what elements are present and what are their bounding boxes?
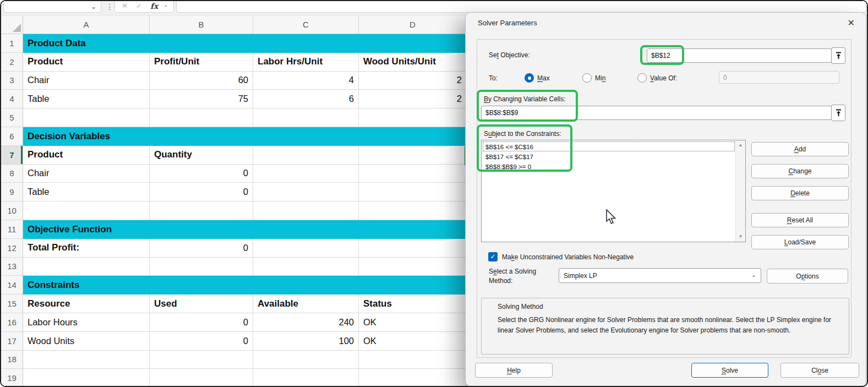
solving-method-select[interactable]: Simplex LP ⌄ <box>559 268 761 283</box>
cell-A10[interactable] <box>23 201 150 220</box>
objective-cell-input[interactable]: $B$12 <box>647 48 832 63</box>
radio-value-of-label[interactable]: Value Of: <box>650 74 677 82</box>
cell-C8[interactable] <box>253 165 359 183</box>
radio-max[interactable] <box>525 73 534 83</box>
cell-C10[interactable] <box>253 201 359 220</box>
load-save-button[interactable]: Load/Save <box>751 235 849 249</box>
chevron-down-icon[interactable]: ⌄ <box>163 2 168 8</box>
cell-D9[interactable] <box>359 183 467 201</box>
cell-C17[interactable]: 100 <box>253 332 359 351</box>
cell-D16[interactable]: OK <box>359 313 467 332</box>
row-header-7[interactable]: 7 <box>1 146 23 165</box>
delete-button[interactable]: Delete <box>751 186 849 200</box>
cell-D7[interactable] <box>359 146 467 165</box>
cell-D15[interactable]: Status <box>359 295 467 313</box>
cell-C18[interactable] <box>253 351 359 369</box>
change-button[interactable]: Change <box>751 164 849 178</box>
row-header-19[interactable]: 19 <box>1 369 23 387</box>
non-negative-checkbox[interactable]: ✓ <box>488 252 498 261</box>
cell-C12[interactable] <box>253 239 359 258</box>
row-header-12[interactable]: 12 <box>1 239 23 258</box>
cell-B16[interactable]: 0 <box>150 313 253 332</box>
add-button[interactable]: Add <box>751 142 849 156</box>
column-header-D[interactable]: D <box>359 15 467 34</box>
cell-B4[interactable]: 75 <box>150 90 253 108</box>
constraint-item-0[interactable]: $B$16 <= $C$16 <box>483 141 735 151</box>
cell-A5[interactable] <box>23 108 150 127</box>
cell-B3[interactable]: 60 <box>150 72 253 90</box>
section-header-cell-A1[interactable]: Product Data <box>23 34 467 53</box>
cell-C3[interactable]: 4 <box>253 72 359 90</box>
cell-A18[interactable] <box>23 351 150 369</box>
help-button[interactable]: Help <box>475 363 553 378</box>
cell-A19[interactable] <box>23 369 150 387</box>
cell-B7[interactable]: Quantity <box>150 146 253 165</box>
cancel-icon[interactable]: ✕ <box>122 2 128 10</box>
row-header-2[interactable]: 2 <box>1 53 23 72</box>
row-header-9[interactable]: 9 <box>1 183 23 201</box>
row-header-4[interactable]: 4 <box>1 90 23 108</box>
row-header-1[interactable]: 1 <box>1 34 23 53</box>
formula-bar-input[interactable] <box>176 0 866 13</box>
cell-A7[interactable]: Product <box>23 146 150 165</box>
cell-B9[interactable]: 0 <box>150 183 253 201</box>
solve-button[interactable]: Solve <box>691 363 768 378</box>
cell-B2[interactable]: Profit/Unit <box>150 53 253 72</box>
section-header-cell-A6[interactable]: Decision Variables <box>23 127 467 146</box>
cell-B19[interactable] <box>150 369 253 387</box>
radio-min[interactable] <box>582 73 592 83</box>
cell-C16[interactable]: 240 <box>253 313 359 332</box>
row-header-6[interactable]: 6 <box>1 127 23 146</box>
row-header-14[interactable]: 14 <box>1 276 23 295</box>
cell-D4[interactable]: 2 <box>359 90 467 108</box>
cell-D13[interactable] <box>359 258 467 276</box>
cell-B18[interactable] <box>150 351 253 369</box>
cell-A3[interactable]: Chair <box>23 72 150 90</box>
row-header-8[interactable]: 8 <box>1 165 23 183</box>
constraint-item-2[interactable]: $B$8:$B$9 >= 0 <box>483 161 735 171</box>
radio-min-label[interactable]: Min <box>595 74 605 82</box>
cell-C5[interactable] <box>253 108 359 127</box>
row-header-15[interactable]: 15 <box>1 295 23 313</box>
column-header-C[interactable]: C <box>253 15 359 34</box>
cell-A12[interactable]: Total Profit: <box>23 239 150 258</box>
select-all-corner[interactable] <box>1 15 23 34</box>
cell-A13[interactable] <box>23 258 150 276</box>
close-button[interactable]: Close <box>780 363 859 378</box>
section-header-cell-A14[interactable]: Constraints <box>23 276 467 295</box>
cell-A2[interactable]: Product <box>23 53 150 72</box>
cell-D2[interactable]: Wood Units/Unit <box>359 53 467 72</box>
listbox-scrollbar[interactable]: ▲ ▼ <box>735 140 745 242</box>
column-header-B[interactable]: B <box>150 15 253 34</box>
name-box[interactable]: ⌄ <box>3 0 101 13</box>
cell-B8[interactable]: 0 <box>150 165 253 183</box>
cell-A8[interactable]: Chair <box>23 165 150 183</box>
objective-range-picker-button[interactable] <box>831 47 845 64</box>
cell-B5[interactable] <box>150 108 253 127</box>
cell-A17[interactable]: Wood Units <box>23 332 150 351</box>
row-header-18[interactable]: 18 <box>1 351 23 369</box>
cell-C4[interactable]: 6 <box>253 90 359 108</box>
cell-B17[interactable]: 0 <box>150 332 253 351</box>
cell-D19[interactable] <box>359 369 467 387</box>
close-icon[interactable]: ✕ <box>848 18 855 28</box>
variable-cells-input[interactable]: $B$8:$B$9 <box>481 106 832 120</box>
cell-B15[interactable]: Used <box>150 295 253 313</box>
constraints-listbox[interactable]: $B$16 <= $C$16$B$17 <= $C$17$B$8:$B$9 >=… <box>481 140 746 242</box>
cell-C9[interactable] <box>253 183 359 201</box>
row-header-5[interactable]: 5 <box>1 108 23 127</box>
variable-cells-range-picker-button[interactable] <box>831 105 845 121</box>
scroll-down-icon[interactable]: ▼ <box>736 232 745 241</box>
radio-value-of[interactable] <box>637 73 647 83</box>
cell-C2[interactable]: Labor Hrs/Unit <box>253 53 359 72</box>
cell-A16[interactable]: Labor Hours <box>23 313 150 332</box>
cell-A9[interactable]: Table <box>23 183 150 201</box>
enter-icon[interactable]: ✓ <box>136 2 142 10</box>
reset-all-button[interactable]: Reset All <box>751 213 849 227</box>
cell-C19[interactable] <box>253 369 359 387</box>
cell-A4[interactable]: Table <box>23 90 150 108</box>
cell-D10[interactable] <box>359 201 467 220</box>
cell-D3[interactable]: 2 <box>359 72 467 90</box>
section-header-cell-A11[interactable]: Objective Function <box>23 220 467 239</box>
row-header-16[interactable]: 16 <box>1 313 23 332</box>
